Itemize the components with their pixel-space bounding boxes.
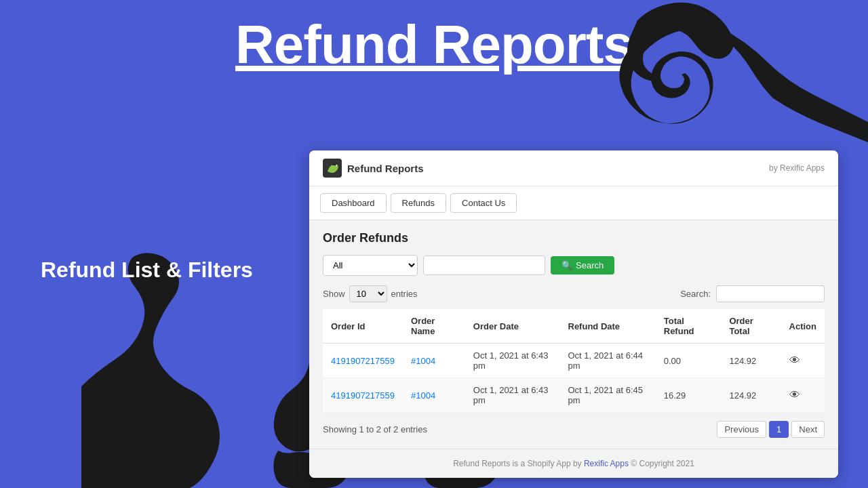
order-name-link[interactable]: #1004 <box>411 356 435 366</box>
cell-total-refund: 0.00 <box>656 344 722 378</box>
entries-select[interactable]: 10 25 50 100 <box>349 285 387 302</box>
show-entries-left: Show 10 25 50 100 entries <box>323 285 418 302</box>
filter-row: All 🔍 Search <box>323 255 825 276</box>
cell-order-date: Oct 1, 2021 at 6:43 pm <box>465 378 560 413</box>
by-rexific-text: by Rexific Apps <box>769 163 825 173</box>
cell-order-name: #1004 <box>403 344 465 378</box>
table-search-label: Search: <box>680 289 711 299</box>
section-title: Order Refunds <box>323 231 825 245</box>
table-controls-row: Show 10 25 50 100 entries Search: <box>323 285 825 302</box>
nav-bar: Dashboard Refunds Contact Us <box>309 186 838 220</box>
col-order-date: Order Date <box>465 309 560 344</box>
page-1-button[interactable]: 1 <box>769 421 789 438</box>
col-action: Action <box>781 309 825 344</box>
panel-content: Order Refunds All 🔍 Search Show 10 25 50… <box>309 220 838 449</box>
cell-order-date: Oct 1, 2021 at 6:43 pm <box>465 344 560 378</box>
table-search-input[interactable] <box>716 285 825 302</box>
order-id-link[interactable]: 4191907217559 <box>331 390 395 401</box>
col-order-name: Order Name <box>403 309 465 344</box>
order-name-link[interactable]: #1004 <box>411 390 435 401</box>
order-id-link[interactable]: 4191907217559 <box>331 356 395 366</box>
table-row: 4191907217559 #1004 Oct 1, 2021 at 6:43 … <box>323 378 825 413</box>
footer-text-before: Refund Reports is a Shopify App by <box>453 459 584 468</box>
refunds-nav-button[interactable]: Refunds <box>391 193 446 213</box>
cell-order-total: 124.92 <box>721 378 781 413</box>
col-total-refund: Total Refund <box>656 309 722 344</box>
cell-total-refund: 16.29 <box>656 378 722 413</box>
svg-point-0 <box>336 165 337 166</box>
next-page-button[interactable]: Next <box>791 421 825 438</box>
col-order-id: Order Id <box>323 309 403 344</box>
filter-dropdown[interactable]: All <box>323 255 418 276</box>
cell-refund-date: Oct 1, 2021 at 6:45 pm <box>560 378 656 413</box>
cell-action: 👁 <box>781 344 825 378</box>
table-row: 4191907217559 #1004 Oct 1, 2021 at 6:43 … <box>323 344 825 378</box>
cell-action: 👁 <box>781 378 825 413</box>
table-footer: Showing 1 to 2 of 2 entries Previous 1 N… <box>323 421 825 438</box>
search-icon: 🔍 <box>561 260 572 270</box>
sidebar-label: Refund List & Filters <box>41 258 253 283</box>
previous-page-button[interactable]: Previous <box>717 421 766 438</box>
table-header-row: Order Id Order Name Order Date Refund Da… <box>323 309 825 344</box>
contact-nav-button[interactable]: Contact Us <box>450 193 517 213</box>
view-action-icon[interactable]: 👁 <box>789 389 800 401</box>
cell-order-total: 124.92 <box>721 344 781 378</box>
showing-entries-text: Showing 1 to 2 of 2 entries <box>323 424 427 434</box>
cell-order-name: #1004 <box>403 378 465 413</box>
cell-order-id: 4191907217559 <box>323 344 403 378</box>
show-label: Show <box>323 289 345 299</box>
main-panel: Refund Reports by Rexific Apps Dashboard… <box>309 150 838 478</box>
view-action-icon[interactable]: 👁 <box>789 354 800 366</box>
dashboard-nav-button[interactable]: Dashboard <box>320 193 387 213</box>
logo-icon <box>323 159 342 178</box>
app-logo: Refund Reports <box>323 159 424 178</box>
panel-header: Refund Reports by Rexific Apps <box>309 150 838 186</box>
cell-refund-date: Oct 1, 2021 at 6:44 pm <box>560 344 656 378</box>
panel-footer: Refund Reports is a Shopify App by Rexif… <box>309 449 838 478</box>
table-search-right: Search: <box>680 285 825 302</box>
footer-text-after: © Copyright 2021 <box>629 459 694 468</box>
rexific-apps-link[interactable]: Rexific Apps <box>584 459 629 468</box>
pagination: Previous 1 Next <box>717 421 825 438</box>
search-button[interactable]: 🔍 Search <box>551 256 614 274</box>
entries-label: entries <box>391 289 418 299</box>
refunds-table: Order Id Order Name Order Date Refund Da… <box>323 309 825 413</box>
col-refund-date: Refund Date <box>560 309 656 344</box>
cell-order-id: 4191907217559 <box>323 378 403 413</box>
dino-top-silhouette <box>583 0 868 156</box>
filter-search-input[interactable] <box>423 256 545 275</box>
dino-tail-silhouette <box>81 251 285 488</box>
col-order-total: Order Total <box>721 309 781 344</box>
